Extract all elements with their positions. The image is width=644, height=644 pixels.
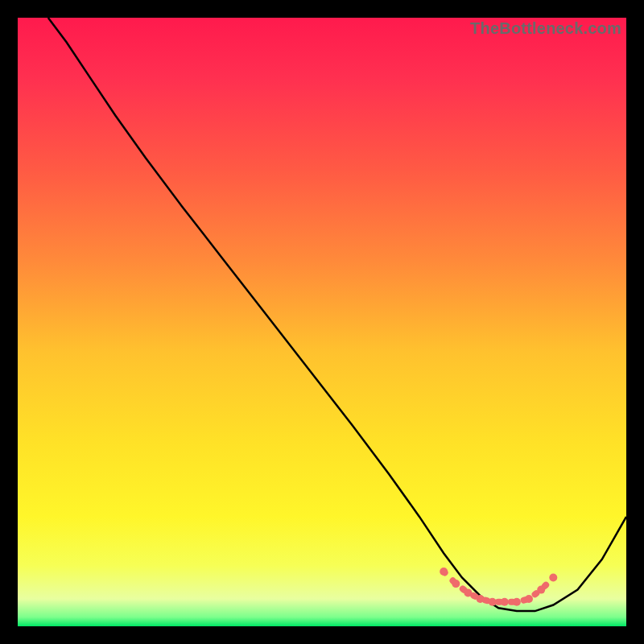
svg-point-9 (549, 574, 557, 582)
svg-point-5 (501, 598, 509, 606)
svg-point-0 (440, 568, 448, 576)
svg-point-1 (452, 580, 460, 588)
chart-svg (18, 18, 626, 626)
gradient-background (18, 18, 626, 626)
svg-point-4 (489, 598, 497, 606)
svg-point-3 (477, 595, 485, 603)
svg-point-8 (537, 586, 545, 594)
svg-point-2 (464, 588, 472, 597)
svg-point-7 (525, 595, 533, 603)
svg-point-6 (513, 598, 521, 606)
chart-frame: TheBottleneck.com (18, 18, 626, 626)
watermark-text: TheBottleneck.com (470, 19, 621, 38)
